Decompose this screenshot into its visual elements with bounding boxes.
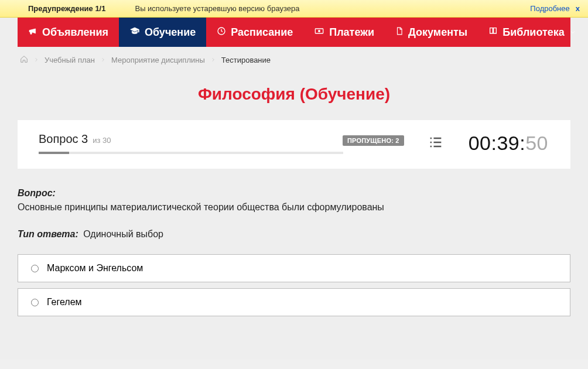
document-icon bbox=[395, 26, 404, 39]
question-label: Вопрос: bbox=[18, 188, 56, 198]
question-body: Вопрос: Основные принципы материалистиче… bbox=[18, 186, 570, 241]
breadcrumb-item[interactable]: Учебный план bbox=[45, 56, 95, 64]
question-total: из 30 bbox=[93, 136, 111, 145]
answer-option[interactable]: Гегелем bbox=[18, 288, 570, 316]
warning-more-link[interactable]: Подробнее bbox=[530, 4, 569, 13]
nav-payments[interactable]: Платежи bbox=[303, 18, 385, 47]
nav-label: Документы bbox=[408, 26, 467, 39]
chevron-right-icon bbox=[211, 56, 216, 64]
breadcrumb-item[interactable]: Мероприятие дисциплины bbox=[111, 56, 205, 64]
timer-seconds: 50 bbox=[525, 132, 548, 155]
answer-text: Гегелем bbox=[47, 297, 82, 308]
answer-radio[interactable] bbox=[31, 265, 39, 272]
breadcrumb-item-current: Тестирование bbox=[221, 56, 271, 64]
nav-documents[interactable]: Документы bbox=[385, 18, 478, 47]
nav-label: Расписание bbox=[231, 26, 293, 39]
nav-library[interactable]: Библиотека bbox=[478, 18, 587, 47]
warning-close-button[interactable]: x bbox=[576, 4, 580, 13]
chevron-down-icon bbox=[569, 26, 576, 39]
answer-text: Марксом и Энгельсом bbox=[47, 263, 143, 274]
nav-label: Объявления bbox=[42, 26, 108, 39]
answer-type-value: Одиночный выбор bbox=[83, 229, 163, 239]
question-text: Основные принципы материалистической тео… bbox=[18, 202, 384, 212]
graduation-cap-icon bbox=[129, 26, 140, 39]
breadcrumb: Учебный план Мероприятие дисциплины Тест… bbox=[0, 47, 588, 71]
answer-radio[interactable] bbox=[31, 299, 39, 306]
question-header-card: Вопрос 3 из 30 ПРОПУЩЕНО: 2 00:39:50 bbox=[18, 120, 570, 169]
home-icon[interactable] bbox=[20, 55, 28, 65]
answer-list: Марксом и Энгельсом Гегелем bbox=[18, 254, 570, 316]
nav-announcements[interactable]: Объявления bbox=[18, 18, 119, 47]
progress-bar bbox=[39, 152, 343, 154]
timer: 00:39:50 bbox=[469, 132, 553, 155]
warning-bar: Предупреждение 1/1 Вы используете устаре… bbox=[0, 0, 588, 18]
page-title: Философия (Обучение) bbox=[0, 85, 588, 104]
answer-option[interactable]: Марксом и Энгельсом bbox=[18, 254, 570, 282]
question-list-button[interactable] bbox=[428, 134, 445, 153]
nav-label: Платежи bbox=[329, 26, 374, 39]
warning-title: Предупреждение 1/1 bbox=[28, 4, 105, 13]
answer-type-label: Тип ответа: bbox=[18, 229, 78, 239]
question-number: Вопрос 3 bbox=[39, 132, 88, 146]
main-nav: Объявления Обучение Расписание Платежи Д… bbox=[18, 18, 570, 47]
nav-education[interactable]: Обучение bbox=[119, 18, 206, 47]
progress-fill bbox=[39, 152, 69, 154]
megaphone-icon bbox=[28, 26, 37, 39]
skipped-badge: ПРОПУЩЕНО: 2 bbox=[343, 135, 404, 146]
cash-icon bbox=[314, 26, 324, 39]
chevron-right-icon bbox=[101, 56, 105, 64]
nav-schedule[interactable]: Расписание bbox=[206, 18, 303, 47]
page-viewport[interactable]: Предупреждение 1/1 Вы используете устаре… bbox=[0, 0, 588, 360]
clock-icon bbox=[217, 26, 226, 39]
nav-label: Библиотека bbox=[502, 26, 565, 39]
nav-label: Обучение bbox=[145, 26, 196, 39]
horizontal-scrollbar[interactable] bbox=[0, 360, 588, 369]
chevron-right-icon bbox=[34, 56, 39, 64]
timer-main: 00:39: bbox=[469, 132, 526, 155]
warning-text: Вы используете устаревшую версию браузер… bbox=[135, 4, 299, 13]
svg-point-2 bbox=[319, 30, 320, 32]
book-icon bbox=[488, 26, 498, 39]
